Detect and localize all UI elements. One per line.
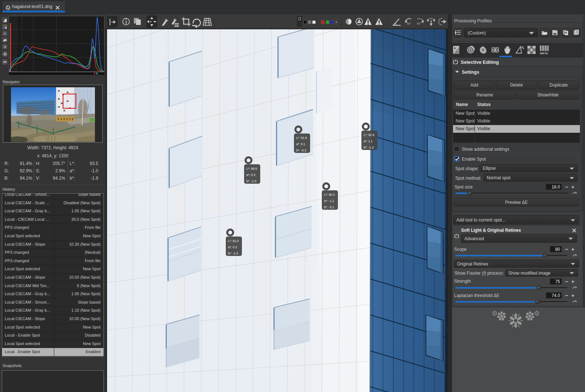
svg-text:L*: 91.9: L*: 91.9 [296, 136, 307, 140]
svg-text:a*: 0.3: a*: 0.3 [228, 245, 237, 249]
svg-text:b*: -1.2: b*: -1.2 [364, 146, 374, 149]
svg-text:L*: 91.0: L*: 91.0 [228, 239, 239, 243]
svg-text:b*: -1.0: b*: -1.0 [228, 252, 238, 255]
svg-text:90°: 90° [417, 22, 421, 25]
svg-text:a*: 0.3: a*: 0.3 [246, 173, 255, 177]
svg-text:a*: 0.1: a*: 0.1 [296, 142, 305, 146]
svg-text:b*: -3.1: b*: -3.1 [324, 205, 334, 209]
svg-text:b*: -1.0: b*: -1.0 [246, 179, 257, 183]
svg-text:META: META [540, 52, 548, 55]
svg-text:a*: -1.1: a*: -1.1 [324, 199, 334, 203]
svg-text:L*: 90.3: L*: 90.3 [324, 193, 335, 197]
svg-text:a*: 1.1: a*: 1.1 [364, 139, 373, 143]
svg-text:L*: 90.6: L*: 90.6 [246, 167, 257, 171]
svg-text:L*: 92.6: L*: 92.6 [364, 133, 375, 137]
svg-text:90°: 90° [407, 22, 411, 25]
svg-text:-: - [456, 50, 457, 54]
svg-text:b*: -4.3: b*: -4.3 [296, 149, 306, 152]
